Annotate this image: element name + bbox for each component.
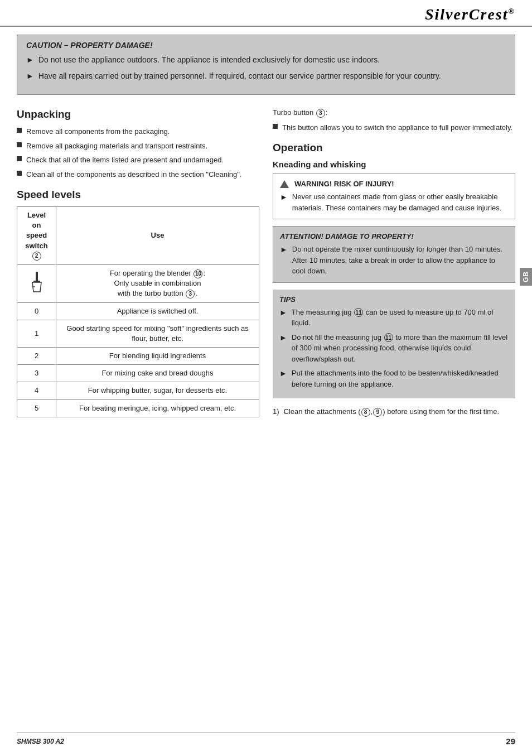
attention-arrow: ► (280, 244, 288, 256)
operation-section: Operation Kneading and whisking WARNING!… (273, 142, 515, 417)
unpacking-item-1: Remove all components from the packaging… (17, 126, 259, 137)
col-right: Turbo button 3: This button allows you t… (273, 108, 515, 417)
use-blender: For operating the blender 10: Only usabl… (56, 264, 259, 302)
numbered-item-1: 1) Clean the attachments (8,9) before us… (273, 406, 515, 417)
table-row-0: 0 Appliance is switched off. (17, 302, 259, 320)
caution-item-1: ► Do not use the appliance outdoors. The… (26, 54, 506, 66)
tips-box: TIPS ► The measuring jug 11 can be used … (273, 290, 515, 399)
sq-bullet-4 (17, 171, 22, 176)
operation-heading: Operation (273, 142, 515, 154)
caution-title: CAUTION – PROPERTY DAMAGE! (26, 41, 506, 50)
level-0: 0 (17, 302, 56, 320)
speed-switch-circled: 2 (32, 252, 41, 261)
attention-box: ATTENTION! DAMAGE TO PROPERTY! ► Do not … (273, 226, 515, 283)
level-blender (17, 264, 56, 302)
sq-bullet-2 (17, 142, 22, 147)
table-row-blender: For operating the blender 10: Only usabl… (17, 264, 259, 302)
table-row-2: 2 For blending liquid ingredients (17, 348, 259, 365)
caution-text-1: Do not use the appliance outdoors. The a… (38, 54, 380, 66)
warning-title: WARNING! RISK OF INJURY! (280, 180, 508, 188)
turbo-label-text: Turbo button (273, 108, 313, 117)
turbo-circled: 3 (316, 109, 325, 118)
turbo-num-circled-table: 3 (186, 290, 195, 298)
tips-list: ► The measuring jug 11 can be used to me… (279, 307, 509, 390)
attachment-9-circled: 9 (373, 408, 382, 417)
blender-icon (31, 272, 43, 293)
turbo-label: Turbo button 3: (273, 108, 515, 118)
caution-item-2: ► Have all repairs carried out by traine… (26, 70, 506, 82)
caution-box: CAUTION – PROPERTY DAMAGE! ► Do not use … (17, 35, 515, 95)
unpacking-heading: Unpacking (17, 108, 259, 121)
sq-bullet-1 (17, 128, 22, 133)
unpacking-list: Remove all components from the packaging… (17, 126, 259, 180)
tips-arrow-1: ► (279, 307, 287, 319)
attention-item: ► Do not operate the mixer continuously … (280, 244, 508, 277)
warning-item: ► Never use containers made from glass o… (280, 191, 508, 213)
warning-triangle-icon (280, 180, 289, 188)
main-content: CAUTION – PROPERTY DAMAGE! ► Do not use … (0, 27, 532, 425)
tips-title: TIPS (279, 295, 509, 304)
unpacking-item-3: Check that all of the items listed are p… (17, 155, 259, 166)
blender-num-circled: 10 (194, 269, 202, 278)
level-5: 5 (17, 399, 56, 417)
attention-title: ATTENTION! DAMAGE TO PROPERTY! (280, 232, 508, 240)
jug-circled-1: 11 (354, 308, 363, 317)
footer-model: SHMSB 300 A2 (17, 738, 64, 745)
turbo-bullet: This button allows you to switch the app… (273, 122, 515, 133)
kneading-subheading: Kneading and whisking (273, 160, 515, 169)
unpacking-text-4: Clean all of the components as described… (26, 169, 241, 180)
unpacking-item-4: Clean all of the components as described… (17, 169, 259, 180)
tips-arrow-2: ► (279, 332, 287, 344)
unpacking-text-3: Check that all of the items listed are p… (26, 155, 224, 166)
use-0: Appliance is switched off. (56, 302, 259, 320)
unpacking-text-1: Remove all components from the packaging… (26, 126, 170, 137)
warning-text: Never use containers made from glass or … (292, 191, 508, 213)
unpacking-text-2: Remove all packaging materials and trans… (26, 141, 207, 152)
sq-bullet-3 (17, 156, 22, 161)
table-row-3: 3 For mixing cake and bread doughs (17, 365, 259, 382)
turbo-description: This button allows you to switch the app… (282, 122, 512, 133)
use-3: For mixing cake and bread doughs (56, 365, 259, 382)
caution-text-2: Have all repairs carried out by trained … (38, 70, 441, 82)
brand-name-text: SilverCrest (425, 6, 509, 23)
tips-arrow-3: ► (279, 368, 287, 379)
warning-arrow: ► (280, 191, 288, 203)
tips-text-3: Put the attachments into the food to be … (292, 368, 509, 389)
col1-label: Level on speed switch (25, 211, 47, 250)
speed-levels-heading: Speed levels (17, 189, 259, 201)
warning-title-text: WARNING! RISK OF INJURY! (294, 180, 394, 188)
speed-table: Level on speed switch 2 Use (17, 206, 259, 417)
tips-item-2: ► Do not fill the measuring jug 11 to mo… (279, 332, 509, 365)
table-row-4: 4 For whipping butter, sugar, for desser… (17, 382, 259, 399)
speed-table-col2-header: Use (56, 207, 259, 265)
arrow-bullet-2: ► (26, 70, 34, 82)
table-row-1: 1 Good starting speed for mixing "soft" … (17, 320, 259, 347)
speed-table-header-row: Level on speed switch 2 Use (17, 207, 259, 265)
tips-item-1: ► The measuring jug 11 can be used to me… (279, 307, 509, 329)
level-1: 1 (17, 320, 56, 347)
brand-registered: ® (509, 7, 515, 16)
attachment-8-circled: 8 (361, 408, 370, 417)
level-3: 3 (17, 365, 56, 382)
tips-text-1: The measuring jug 11 can be used to meas… (292, 307, 509, 329)
arrow-bullet-1: ► (26, 54, 34, 66)
sq-bullet-turbo (273, 124, 278, 129)
numbered-text-1: Clean the attachments (8,9) before using… (284, 406, 499, 417)
level-4: 4 (17, 382, 56, 399)
brand-logo: SilverCrest® (425, 6, 515, 23)
use-2: For blending liquid ingredients (56, 348, 259, 365)
use-1: Good starting speed for mixing "soft" in… (56, 320, 259, 347)
tips-item-3: ► Put the attachments into the food to b… (279, 368, 509, 389)
tips-text-2: Do not fill the measuring jug 11 to more… (292, 332, 509, 365)
sidebar-gb-label: GB (520, 268, 532, 286)
footer: SHMSB 300 A2 29 (17, 733, 515, 746)
jug-circled-2: 11 (384, 333, 393, 342)
footer-page: 29 (506, 736, 515, 746)
attention-text: Do not operate the mixer continuously fo… (292, 244, 508, 277)
use-5: For beating meringue, icing, whipped cre… (56, 399, 259, 417)
warning-box: WARNING! RISK OF INJURY! ► Never use con… (273, 174, 515, 219)
header: SilverCrest® (0, 0, 532, 27)
svg-rect-0 (36, 272, 38, 282)
table-row-5: 5 For beating meringue, icing, whipped c… (17, 399, 259, 417)
two-col-layout: Unpacking Remove all components from the… (17, 108, 515, 417)
